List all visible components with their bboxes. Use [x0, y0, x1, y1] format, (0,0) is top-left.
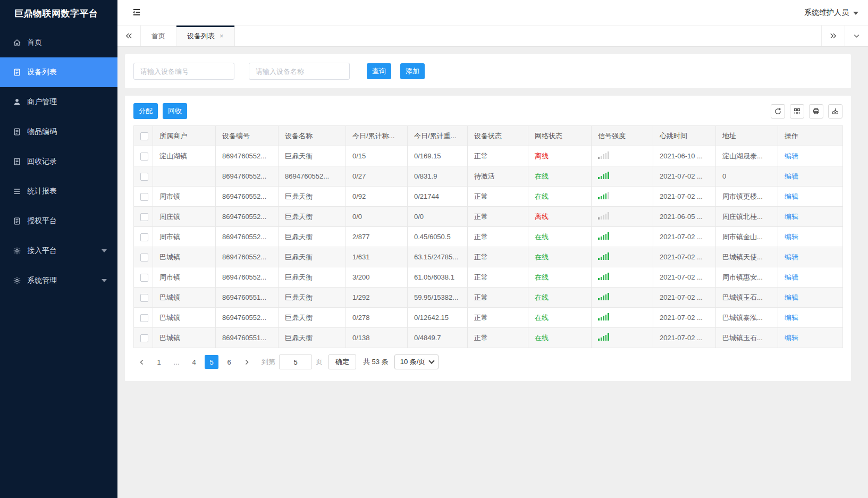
tabs-menu-button[interactable]: [845, 26, 868, 46]
submenu-caret-icon: [102, 279, 107, 282]
table-row: 巴城镇8694760552...巨鼎天衡1/63163.15/24785...正…: [134, 247, 843, 267]
action-cell: 编辑: [778, 187, 843, 207]
column-header: 信号强度: [592, 126, 653, 146]
edit-link[interactable]: 编辑: [785, 152, 798, 160]
address-cell: 周市镇惠安...: [716, 267, 778, 288]
tab-1[interactable]: 设备列表: [176, 26, 235, 46]
sidebar-item-1[interactable]: 设备列表: [0, 57, 117, 87]
row-checkbox[interactable]: [140, 254, 148, 261]
tabs-scroll-left-button[interactable]: [117, 26, 141, 46]
sidebar-item-label: 接入平台: [27, 246, 57, 256]
row-checkbox[interactable]: [140, 314, 148, 322]
signal-cell: [592, 247, 653, 267]
confirm-page-button[interactable]: 确定: [328, 354, 356, 369]
assign-button[interactable]: 分配: [133, 103, 158, 119]
columns-button[interactable]: [790, 104, 804, 119]
edit-link[interactable]: 编辑: [785, 233, 798, 241]
page-number-6[interactable]: 6: [222, 355, 236, 369]
sidebar-collapse-icon[interactable]: [131, 7, 143, 19]
edit-link[interactable]: 编辑: [785, 192, 798, 200]
sidebar-item-6[interactable]: 授权平台: [0, 206, 117, 236]
tab-label: 设备列表: [187, 31, 215, 41]
row-checkbox[interactable]: [140, 153, 148, 161]
page-number-4[interactable]: 4: [187, 355, 201, 369]
edit-link[interactable]: 编辑: [785, 273, 798, 281]
device-status-cell: 待激活: [468, 166, 528, 187]
sidebar-item-4[interactable]: 回收记录: [0, 147, 117, 176]
table-toolbar: 分配 回收: [133, 103, 842, 119]
device-no-cell: 8694760551...: [216, 328, 279, 348]
query-button[interactable]: 查询: [367, 63, 391, 79]
tabs-scroll-right-button[interactable]: [821, 26, 845, 46]
address-cell: 巴城镇天使...: [716, 247, 778, 267]
page-number-5[interactable]: 5: [205, 355, 218, 369]
select-all-header: [134, 126, 153, 146]
row-checkbox[interactable]: [140, 193, 148, 201]
device-no-cell: 8694760552...: [216, 207, 279, 227]
add-button[interactable]: 添加: [400, 63, 425, 79]
export-icon: [831, 107, 839, 115]
row-checkbox[interactable]: [140, 233, 148, 241]
row-select-cell: [134, 207, 153, 227]
device-name-cell: 巨鼎天衡: [279, 146, 346, 166]
row-checkbox[interactable]: [140, 334, 148, 342]
goto-page-input[interactable]: [279, 354, 312, 369]
action-cell: 编辑: [778, 207, 843, 227]
tab-0[interactable]: 首页: [141, 26, 176, 46]
network-status-cell: 在线: [528, 288, 592, 308]
row-checkbox[interactable]: [140, 294, 148, 302]
total-count-label: 共 53 条: [363, 357, 389, 367]
device-table-panel: 分配 回收 所属商户设备编号设备名称今日/累计称...今日/累计重...设备状态…: [125, 96, 851, 381]
edit-link[interactable]: 编辑: [785, 172, 798, 180]
device-no-cell: 8694760552...: [216, 187, 279, 207]
edit-link[interactable]: 编辑: [785, 253, 798, 261]
next-page-button[interactable]: [240, 355, 254, 369]
tab-close-icon[interactable]: [220, 32, 224, 39]
sidebar-item-label: 统计报表: [27, 187, 57, 196]
address-cell: 周市镇更楼...: [716, 187, 778, 207]
edit-link[interactable]: 编辑: [785, 314, 798, 322]
sidebar-item-8[interactable]: 系统管理: [0, 266, 117, 296]
row-checkbox[interactable]: [140, 213, 148, 221]
address-cell: 巴城镇玉石...: [716, 328, 778, 348]
heartbeat-cell: 2021-07-02 ...: [653, 267, 716, 288]
sidebar-item-2[interactable]: 商户管理: [0, 87, 117, 117]
device-name-input[interactable]: [249, 63, 350, 80]
sidebar-item-3[interactable]: 物品编码: [0, 117, 117, 147]
user-dropdown[interactable]: 系统维护人员: [804, 8, 858, 18]
edit-link[interactable]: 编辑: [785, 293, 798, 301]
page-size-value: 10 条/页: [400, 357, 426, 367]
signal-strength-icon: [598, 273, 609, 280]
today-weight-cell: 63.15/24785...: [408, 247, 468, 267]
merchant-cell: [153, 166, 216, 187]
device-status-cell: 正常: [468, 308, 528, 328]
row-checkbox[interactable]: [140, 173, 148, 181]
sidebar-item-0[interactable]: 首页: [0, 28, 117, 57]
doc-icon: [13, 128, 21, 136]
export-button[interactable]: [828, 104, 842, 119]
device-name-cell: 巨鼎天衡: [279, 247, 346, 267]
signal-cell: [592, 267, 653, 288]
sidebar-item-5[interactable]: 统计报表: [0, 176, 117, 206]
device-status-cell: 正常: [468, 146, 528, 166]
edit-link[interactable]: 编辑: [785, 213, 798, 221]
print-button[interactable]: [809, 104, 823, 119]
row-checkbox[interactable]: [140, 274, 148, 282]
sidebar-item-7[interactable]: 接入平台: [0, 236, 117, 266]
page-size-select[interactable]: 10 条/页: [394, 354, 439, 369]
select-all-checkbox[interactable]: [140, 132, 148, 140]
app-title: 巨鼎物联网数字平台: [0, 0, 117, 27]
refresh-button[interactable]: [771, 104, 785, 119]
recycle-button[interactable]: 回收: [163, 103, 187, 119]
signal-strength-icon: [598, 293, 609, 300]
edit-link[interactable]: 编辑: [785, 334, 798, 342]
today-count-cell: 3/200: [346, 267, 408, 288]
network-status-cell: 在线: [528, 308, 592, 328]
prev-page-button[interactable]: [134, 355, 148, 369]
page-number-1[interactable]: 1: [152, 355, 166, 369]
row-select-cell: [134, 227, 153, 247]
device-no-input[interactable]: [133, 63, 234, 80]
page-ellipsis: ...: [170, 355, 183, 369]
network-status-cell: 离线: [528, 146, 592, 166]
network-status-cell: 在线: [528, 247, 592, 267]
